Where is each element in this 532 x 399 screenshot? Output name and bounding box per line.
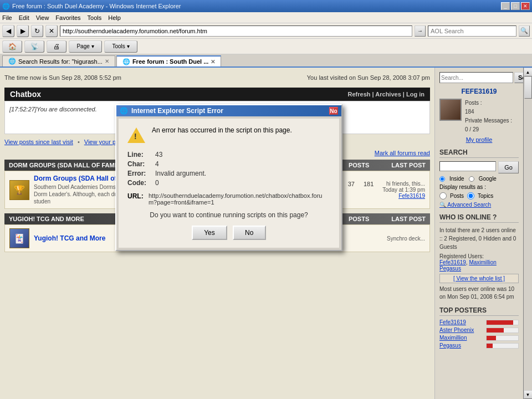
- dialog-question: Do you want to continue running scripts …: [127, 211, 330, 219]
- poster-row-3: Pegasus: [439, 342, 519, 349]
- menu-tools[interactable]: Tools: [88, 14, 102, 21]
- search-section-title: SEARCH: [439, 149, 519, 158]
- current-time: The time now is Sun Sep 28, 2008 5:52 pm: [4, 74, 121, 81]
- menu-file[interactable]: File: [2, 14, 12, 21]
- dialog-warning-row: An error has occurred in the script on t…: [127, 126, 330, 144]
- topics-val: 37: [348, 181, 355, 187]
- forum-section-title-dorms: DORM GROUPS (SDA HALL OF FAME): [9, 162, 121, 168]
- tabs-bar: 🌐 Search Results for: "higurash... ✕ 🌐 F…: [0, 54, 532, 68]
- tab-label: Search Results for: "higurash...: [18, 58, 103, 65]
- stat-posts-dorms: 181: [364, 181, 374, 199]
- home-button[interactable]: 🏠: [2, 40, 22, 53]
- tab-search-results[interactable]: 🌐 Search Results for: "higurash... ✕: [2, 55, 115, 66]
- scrollbar[interactable]: ▲ ▼: [523, 68, 532, 399]
- aol-search-input[interactable]: [428, 25, 516, 37]
- search-go-button[interactable]: Go: [498, 161, 519, 173]
- top-search-button[interactable]: Search: [514, 72, 523, 83]
- radio-topics[interactable]: [467, 192, 474, 200]
- poster-name-2[interactable]: Maximillion: [439, 335, 484, 341]
- online-text: In total there are 2 users online :: 2 R…: [439, 226, 519, 251]
- close-button[interactable]: ✕: [521, 2, 530, 10]
- tab-forum[interactable]: 🌐 Free forum : South Duel ... ✕: [116, 55, 222, 66]
- stop-button[interactable]: ✕: [45, 25, 58, 37]
- aol-search-button[interactable]: 🔍: [519, 25, 530, 37]
- poster-bar-container-0: [486, 320, 519, 325]
- dialog-char-row: Char: 4: [127, 160, 330, 168]
- dialog-error-msg: An error has occurred in the script on t…: [152, 126, 292, 134]
- tab-close-active-icon[interactable]: ✕: [211, 59, 215, 65]
- dialog-yes-button[interactable]: Yes: [192, 226, 227, 240]
- scroll-track[interactable]: [524, 76, 532, 390]
- profile-content: Posts : 184 Private Messages : 0 / 29: [439, 99, 519, 134]
- poster-name-3[interactable]: Pegasus: [439, 342, 484, 349]
- menu-edit[interactable]: Edit: [19, 14, 29, 21]
- dialog-line-val: 43: [155, 151, 162, 158]
- tab-close-icon[interactable]: ✕: [105, 58, 109, 64]
- dialog-buttons: Yes No: [127, 226, 330, 240]
- radio-inside[interactable]: [439, 176, 445, 182]
- last-post-dorms: hi friends, this...Today at 1:39 pmFefe3…: [382, 181, 425, 199]
- profile-stats: Posts : 184 Private Messages : 0 / 29: [465, 99, 512, 134]
- dialog-code-row: Code: 0: [127, 179, 330, 187]
- address-bar: ◀ ▶ ↻ ✕ → 🔍: [0, 23, 532, 39]
- print-button[interactable]: 🖨: [47, 40, 66, 53]
- scroll-thumb[interactable]: [524, 76, 532, 99]
- menu-favorites[interactable]: Favorites: [55, 14, 80, 21]
- maximize-button[interactable]: □: [511, 2, 520, 10]
- dialog-no-button[interactable]: No: [233, 226, 266, 240]
- window-controls[interactable]: _ □ ✕: [501, 2, 530, 10]
- poster-name-1[interactable]: Aster Phoenix: [439, 327, 484, 333]
- posts-val: 181: [364, 181, 374, 187]
- user-fefe-link[interactable]: Fefe31619: [439, 259, 466, 265]
- who-is-online-section: WHO IS ONLINE ? In total there are 2 use…: [439, 213, 519, 301]
- forward-button[interactable]: ▶: [17, 25, 29, 37]
- view-posts-link[interactable]: View posts since last visit: [4, 139, 73, 145]
- refresh-button[interactable]: ↻: [31, 25, 43, 37]
- radio-posts-label: Posts: [450, 193, 464, 199]
- radio-posts[interactable]: [439, 192, 447, 200]
- last-post-yugioh-text: Synchro deck...: [387, 236, 425, 242]
- radio-inside-label: Inside: [449, 176, 464, 182]
- search-radio-group: Inside Google: [439, 176, 519, 182]
- right-sidebar: Search FEFE31619 Posts : 184 Private Mes…: [434, 68, 523, 399]
- advanced-search-link[interactable]: 🔍 Advanced Search: [439, 202, 519, 208]
- top-posters-section: TOP POSTERS Fefe31619 Aster Phoenix Maxi…: [439, 306, 519, 349]
- last-visit-text: You last visited on Sun Sep 28, 2008 3:0…: [307, 74, 430, 81]
- dialog-char-val: 4: [155, 160, 159, 168]
- dialog-code-label: Code:: [127, 179, 155, 187]
- menu-help[interactable]: Help: [108, 14, 121, 21]
- dialog-title: Internet Explorer Script Error: [131, 107, 223, 115]
- poster-name-0[interactable]: Fefe31619: [439, 319, 484, 325]
- back-button[interactable]: ◀: [2, 25, 14, 37]
- pm-label: Private Messages :: [465, 117, 512, 124]
- menu-view[interactable]: View: [36, 14, 49, 21]
- my-profile-link[interactable]: My profile: [439, 136, 519, 143]
- scroll-up-arrow[interactable]: ▲: [524, 68, 533, 76]
- poster-bar-0: [487, 320, 513, 325]
- minimize-button[interactable]: _: [501, 2, 510, 10]
- scroll-down-arrow[interactable]: ▼: [524, 390, 533, 399]
- sidebar-search-top: Search: [439, 72, 519, 83]
- search-input-small[interactable]: [439, 161, 496, 171]
- dialog-fields: Line: 43 Char: 4 Error: Invalid argument…: [127, 151, 330, 187]
- profile-section: FEFE31619 Posts : 184 Private Messages :…: [439, 88, 519, 143]
- radio-topics-label: Topics: [478, 193, 493, 199]
- top-search-input[interactable]: [439, 72, 513, 83]
- ie-icon: 🌐: [2, 3, 10, 10]
- search-input-row: Go: [439, 161, 519, 173]
- feeds-button[interactable]: 📡: [24, 40, 44, 53]
- forum-stats-dorms: 37 181 hi friends, this...Today at 1:39 …: [348, 181, 425, 199]
- dialog-close-button[interactable]: No: [329, 107, 338, 115]
- go-button[interactable]: →: [415, 25, 426, 37]
- radio-google[interactable]: [469, 176, 474, 182]
- left-panel: The time now is Sun Sep 28, 2008 5:52 pm…: [0, 68, 434, 399]
- menu-bar: File Edit View Favorites Tools Help: [0, 12, 532, 23]
- page-button[interactable]: Page ▾: [69, 40, 102, 53]
- address-input[interactable]: [60, 25, 412, 37]
- stat-topics-dorms: 37: [348, 181, 355, 199]
- chatbox-area: Chatbox Refresh | Archives | Log in [17:…: [4, 88, 430, 134]
- view-whole-list-link[interactable]: [ View the whole list ]: [439, 274, 519, 283]
- most-online-text: Most users ever online was 10 on Mon Sep…: [439, 285, 519, 301]
- tools-button[interactable]: Tools ▾: [104, 40, 137, 53]
- dialog-error-label: Error:: [127, 170, 155, 177]
